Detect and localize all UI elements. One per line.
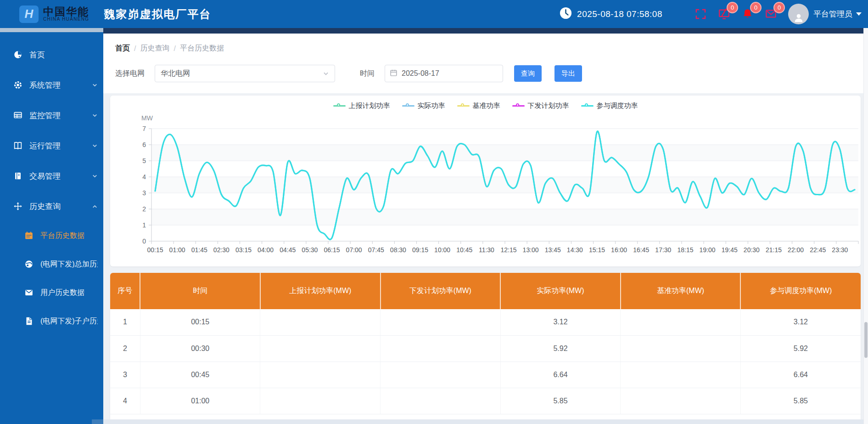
breadcrumb-separator: /	[174, 45, 175, 53]
svg-text:19:45: 19:45	[722, 246, 738, 254]
calendar-icon	[390, 69, 402, 79]
envelope-icon	[24, 288, 34, 298]
breadcrumb-item[interactable]: 历史查询	[140, 44, 169, 53]
grid-select[interactable]: 华北电网	[155, 65, 335, 82]
svg-text:07:00: 07:00	[346, 246, 362, 254]
sidebar-item-home[interactable]: 首页	[0, 40, 103, 70]
svg-text:20:30: 20:30	[744, 246, 760, 254]
brand-logo: H 中国华能 CHINA HUANENG	[19, 6, 89, 23]
legend-marker-icon	[457, 105, 470, 107]
table-cell: 01:00	[140, 388, 260, 414]
legend-item-3[interactable]: 基准功率	[457, 102, 500, 110]
table-cell: 6.64	[500, 362, 621, 388]
user-name[interactable]: 平台管理员	[813, 9, 852, 19]
header-shadow-strip	[103, 28, 863, 34]
sidebar-item-system-mgmt[interactable]: 系统管理	[0, 70, 103, 100]
chevron-down-icon[interactable]	[856, 12, 862, 16]
fullscreen-button[interactable]	[694, 8, 707, 20]
logo-text-cn: 中国华能	[43, 6, 89, 17]
svg-text:1: 1	[142, 221, 146, 229]
svg-text:11:30: 11:30	[479, 246, 494, 254]
svg-text:2: 2	[142, 205, 146, 213]
svg-text:4: 4	[142, 173, 146, 181]
export-button[interactable]: 导出	[554, 65, 582, 82]
table-row: 200:305.925.92	[110, 335, 861, 362]
sidebar-item-platform-history[interactable]: 平台历史数据	[0, 221, 103, 250]
table-cell: 00:45	[140, 362, 260, 388]
svg-text:23:30: 23:30	[832, 246, 848, 254]
avatar[interactable]	[788, 4, 809, 24]
table-cell: 3.12	[740, 309, 861, 335]
power-chart-card: 上报计划功率实际功率基准功率下发计划功率参与调度功率 0123456700:15…	[110, 96, 861, 266]
page-title: 魏家峁虚拟电厂平台	[104, 7, 211, 22]
table-cell: 5.85	[740, 388, 861, 414]
legend-marker-icon	[333, 105, 346, 107]
legend-item-1[interactable]: 上报计划功率	[333, 102, 390, 110]
sidebar-item-grid-sub-history[interactable]: (电网下发)子户历史负	[0, 307, 103, 335]
svg-text:14:30: 14:30	[567, 246, 583, 254]
legend-item-5[interactable]: 参与调度功率	[581, 102, 638, 110]
current-datetime: 2025-08-18 07:58:08	[577, 9, 662, 19]
table-cell	[621, 388, 741, 414]
trade-book-icon	[13, 171, 23, 181]
mail-button[interactable]: 0	[765, 8, 777, 20]
bell-button[interactable]: 0	[741, 8, 754, 20]
table-row: 401:005.855.85	[110, 388, 861, 414]
sidebar-item-trade-mgmt[interactable]: 交易管理	[0, 161, 103, 191]
svg-text:3: 3	[142, 189, 146, 197]
table-cell	[381, 309, 501, 335]
breadcrumb-item: 平台历史数据	[180, 44, 224, 53]
sidebar-item-operation-mgmt[interactable]: 运行管理	[0, 130, 103, 161]
svg-text:01:45: 01:45	[191, 246, 207, 254]
query-button[interactable]: 查询	[514, 65, 542, 82]
alarm-button[interactable]: 0	[718, 8, 730, 20]
table-cell	[621, 309, 741, 335]
date-input[interactable]: 2025-08-17	[385, 65, 503, 82]
vertical-scrollbar[interactable]	[863, 28, 868, 424]
table-cell: 1	[110, 309, 140, 335]
svg-text:03:15: 03:15	[235, 246, 252, 254]
sidebar-item-monitor-mgmt[interactable]: 监控管理	[0, 100, 103, 130]
breadcrumb-item[interactable]: 首页	[115, 44, 130, 53]
svg-text:16:45: 16:45	[633, 246, 649, 254]
sidebar-item-user-history[interactable]: 用户历史数据	[0, 278, 103, 307]
home-dashboard-icon	[13, 50, 23, 60]
app-window: H 中国华能 CHINA HUANENG 魏家峁虚拟电厂平台 2025-08-1…	[0, 0, 868, 424]
table-cell: 4	[110, 388, 140, 414]
table-header-cell: 序号	[110, 273, 140, 309]
filter-row: 选择电网 华北电网 时间 2025-08-17 查询 导出	[103, 65, 863, 82]
svg-text:18:15: 18:15	[677, 246, 693, 254]
table-header-cell: 下发计划功率(MW)	[381, 273, 501, 309]
table-header-cell: 上报计划功率(MW)	[260, 273, 381, 309]
svg-text:5: 5	[142, 157, 146, 164]
table-header-cell: 实际功率(MW)	[500, 273, 621, 309]
history-table-card: 序号时间上报计划功率(MW)下发计划功率(MW)实际功率(MW)基准功率(MW)…	[110, 273, 861, 424]
table-cell	[381, 362, 501, 388]
date-value: 2025-08-17	[402, 69, 439, 78]
fullscreen-icon	[694, 8, 707, 20]
notification-icons: 000	[694, 8, 788, 20]
svg-text:22:00: 22:00	[788, 246, 804, 254]
sidebar: 首页系统管理监控管理运行管理交易管理历史查询平台历史数据(电网下发)总加历史负用…	[0, 28, 103, 424]
svg-text:13:00: 13:00	[523, 246, 539, 254]
legend-item-2[interactable]: 实际功率	[402, 102, 445, 110]
gear-icon	[13, 80, 23, 90]
table-header-cell: 时间	[140, 273, 260, 309]
notification-badge: 0	[727, 2, 738, 13]
app-header: H 中国华能 CHINA HUANENG 魏家峁虚拟电厂平台 2025-08-1…	[0, 0, 868, 28]
table-cell: 5.92	[500, 335, 621, 362]
table-row: 100:153.123.12	[110, 309, 861, 335]
sidebar-item-history-query[interactable]: 历史查询	[0, 191, 103, 221]
svg-text:09:15: 09:15	[412, 246, 428, 254]
chevron-down-icon	[92, 143, 98, 149]
svg-text:17:30: 17:30	[655, 246, 671, 254]
chevron-down-icon	[92, 113, 98, 119]
vertical-scrollbar-thumb[interactable]	[864, 322, 868, 358]
table-row: 300:456.646.64	[110, 362, 861, 388]
table-cell: 2	[110, 335, 140, 362]
legend-item-4[interactable]: 下发计划功率	[512, 102, 569, 110]
sidebar-item-grid-total-history[interactable]: (电网下发)总加历史负	[0, 250, 103, 278]
chevron-down-icon	[323, 70, 329, 77]
document-icon	[24, 316, 34, 326]
horizontal-scrollbar[interactable]	[103, 419, 863, 424]
